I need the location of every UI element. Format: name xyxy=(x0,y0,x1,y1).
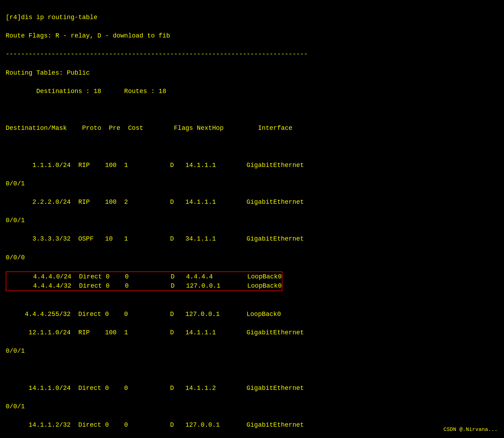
separator: ----------------------------------------… xyxy=(6,51,308,58)
watermark-text: CSDN @.Nirvana... xyxy=(443,426,498,434)
table-header: Destination/Mask Proto Pre Cost Flags Ne… xyxy=(6,125,292,132)
route-row-5: 4.4.4.255/32 Direct 0 0 D 127.0.0.1 Loop… xyxy=(6,311,281,318)
route-row-6-iface: 0/0/1 xyxy=(6,347,25,355)
route-row-0-iface: 0/0/1 xyxy=(6,180,25,187)
route-row-6: 12.1.1.0/24 RIP 100 1 D 14.1.1.1 Gigabit… xyxy=(6,329,304,336)
route-row-8: 14.1.1.2/32 Direct 0 0 D 127.0.0.1 Gigab… xyxy=(6,421,304,428)
routing-tables-label: Routing Tables: Public xyxy=(6,69,90,76)
route-row-1-iface: 0/0/1 xyxy=(6,217,25,224)
route-row-2-iface: 0/0/0 xyxy=(6,254,25,261)
route-row-7-iface: 0/0/1 xyxy=(6,403,25,410)
highlighted-section: 4.4.4.0/24 Direct 0 0 D 4.4.4.4 LoopBack… xyxy=(6,271,282,291)
terminal-output-2: 4.4.4.255/32 Direct 0 0 D 127.0.0.1 Loop… xyxy=(6,291,498,438)
prompt-line: [r4]dis ip routing-table xyxy=(6,14,97,21)
route-row-7: 14.1.1.0/24 Direct 0 0 D 14.1.1.2 Gigabi… xyxy=(6,385,304,392)
route-row-3-highlighted: 4.4.4.0/24 Direct 0 0 D 4.4.4.4 LoopBack… xyxy=(6,273,282,280)
terminal-output: [r4]dis ip routing-table Route Flags: R … xyxy=(6,4,498,271)
route-row-0: 1.1.1.0/24 RIP 100 1 D 14.1.1.1 GigabitE… xyxy=(6,162,304,169)
route-row-1: 2.2.2.0/24 RIP 100 2 D 14.1.1.1 GigabitE… xyxy=(6,198,304,206)
flags-line: Route Flags: R - relay, D - download to … xyxy=(6,32,170,39)
routes-label: Routes : 18 xyxy=(124,88,166,95)
destinations-label: Destinations : 18 xyxy=(6,88,101,95)
route-row-4-highlighted: 4.4.4.4/32 Direct 0 0 D 127.0.0.1 LoopBa… xyxy=(6,282,282,289)
route-row-2: 3.3.3.3/32 OSPF 10 1 D 34.1.1.1 GigabitE… xyxy=(6,235,304,242)
